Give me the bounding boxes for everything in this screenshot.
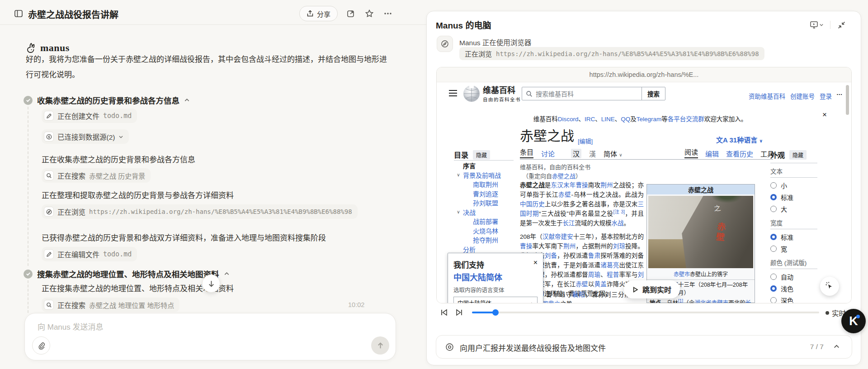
radio-icon[interactable] bbox=[770, 285, 777, 292]
wiki-nav-link[interactable]: 创建账号 bbox=[790, 91, 815, 100]
radio-icon[interactable] bbox=[770, 297, 777, 303]
star-icon[interactable] bbox=[362, 6, 377, 21]
tab-history[interactable]: 查看历史 bbox=[726, 149, 753, 158]
popup-variant-option[interactable]: 中国大陆简体 → bbox=[453, 297, 538, 303]
appearance-option[interactable]: 自动 bbox=[770, 271, 817, 283]
toc-item[interactable]: 抢夺荆州 bbox=[454, 235, 501, 245]
radio-icon[interactable] bbox=[770, 234, 777, 240]
open-in-new-icon[interactable] bbox=[343, 6, 359, 21]
tab-edit[interactable]: 编辑 bbox=[705, 149, 719, 158]
header-separator bbox=[830, 21, 830, 29]
message-input[interactable] bbox=[37, 320, 308, 338]
toc-item[interactable]: 火烧乌林 bbox=[454, 226, 501, 236]
radio-icon[interactable] bbox=[770, 274, 777, 280]
message-timestamp: 10:02 bbox=[348, 301, 364, 308]
step-chip-create-file[interactable]: 正在创建文件 todo.md bbox=[42, 109, 137, 123]
toc-hide-button[interactable]: 隐藏 bbox=[473, 150, 490, 160]
toc-item[interactable]: ∨决战 bbox=[454, 208, 501, 217]
step-chip-datasource[interactable]: 已连接到数据源(2) bbox=[42, 129, 129, 144]
wiki-more-menu[interactable]: … bbox=[836, 90, 843, 96]
wiki-search-box[interactable]: 搜索维基百科 搜索 bbox=[522, 87, 665, 100]
radio-icon[interactable] bbox=[770, 194, 777, 200]
current-task-label: 向用户汇报并发送最终战役报告及地图文件 bbox=[460, 342, 606, 353]
browsing-chip[interactable]: 正在浏览 https://zh.wikipedia.org/zh-hans/%E… bbox=[459, 47, 764, 60]
language-selector[interactable]: 文A 31种语言 ∨ bbox=[716, 135, 763, 144]
agent-cursor-indicator bbox=[820, 277, 839, 296]
toc-item[interactable]: 曹刘追逐 bbox=[454, 189, 501, 199]
step-chip-browse[interactable]: 正在浏览 https://zh.wikipedia.org/zh-hans/%E… bbox=[42, 204, 358, 219]
scroll-to-bottom-button[interactable] bbox=[202, 274, 220, 293]
task-connector-line bbox=[28, 280, 28, 313]
skip-to-end-button[interactable] bbox=[453, 306, 466, 319]
more-menu-icon[interactable] bbox=[380, 6, 396, 21]
popup-close-icon[interactable]: × bbox=[533, 259, 538, 270]
current-task-bar[interactable]: 向用户汇报并发送最终战役报告及地图文件 7 / 7 bbox=[436, 335, 852, 359]
skip-forward-icon bbox=[455, 309, 463, 316]
toc-expand-icon[interactable]: ∨ bbox=[454, 172, 463, 177]
variant-hant[interactable]: 漢 bbox=[589, 149, 596, 158]
appearance-option[interactable]: 标准 bbox=[770, 231, 817, 243]
skip-to-start-button[interactable] bbox=[438, 306, 450, 319]
tab-article[interactable]: 条目 bbox=[520, 147, 533, 158]
appearance-option[interactable]: 小 bbox=[770, 180, 817, 191]
sidebar-toggle-icon[interactable] bbox=[11, 6, 26, 21]
variant-selector[interactable]: 简体 ∨ bbox=[604, 149, 623, 158]
toc-divider bbox=[454, 160, 514, 161]
attach-file-button[interactable] bbox=[32, 336, 50, 355]
edit-file-icon bbox=[44, 111, 54, 121]
share-button[interactable]: 分享 bbox=[299, 6, 338, 21]
toc-item[interactable]: 战前部署 bbox=[454, 217, 501, 226]
floating-widget-badge[interactable]: K bbox=[841, 309, 866, 333]
article-edit-link[interactable]: [编辑] bbox=[578, 137, 593, 145]
tab-talk[interactable]: 讨论 bbox=[541, 149, 555, 158]
send-button[interactable] bbox=[371, 336, 389, 355]
step-text: 正在整理和提取赤壁之战的历史背景与参战各方详细资料 bbox=[42, 189, 234, 200]
toc-item[interactable]: 分析 bbox=[454, 245, 501, 254]
display-mode-button[interactable] bbox=[807, 17, 826, 33]
toc-item[interactable]: 序言 bbox=[454, 161, 501, 170]
toc-expand-icon[interactable]: ∨ bbox=[454, 209, 463, 214]
step-chip-search-geo[interactable]: 正在搜索 赤壁之战 地理位置 地形特点 bbox=[42, 298, 179, 312]
playback-slider-handle[interactable] bbox=[492, 309, 499, 316]
appearance-option[interactable]: 深色 bbox=[770, 294, 817, 303]
wikipedia-logo[interactable] bbox=[462, 84, 481, 104]
task-step-counter: 7 / 7 bbox=[810, 343, 824, 351]
chevron-up-icon[interactable] bbox=[833, 343, 840, 352]
browser-scrollbar-thumb[interactable] bbox=[846, 85, 849, 115]
infobox-image[interactable]: 之 赤壁 bbox=[648, 196, 753, 268]
collapse-panel-icon[interactable] bbox=[834, 17, 849, 33]
hamburger-menu-icon[interactable] bbox=[448, 90, 458, 98]
radio-icon[interactable] bbox=[770, 206, 777, 212]
appearance-option[interactable]: 大 bbox=[770, 203, 817, 215]
wiki-search-button[interactable]: 搜索 bbox=[642, 87, 665, 100]
wiki-nav-link[interactable]: 资助维基百科 bbox=[749, 91, 785, 100]
notice-close-icon[interactable]: × bbox=[822, 110, 827, 119]
wikipedia-wordmark[interactable]: 维基百科 bbox=[483, 86, 515, 95]
jump-to-live-button[interactable]: 跳到实时 bbox=[624, 280, 680, 298]
appearance-option[interactable]: 宽 bbox=[770, 243, 817, 255]
wiki-notice: 维基百科Discord、IRC、LINE、QQ及Telegram等各平台交流群欢… bbox=[464, 114, 816, 123]
lang-icon: 文A bbox=[716, 136, 727, 144]
step-action: 正在创建文件 bbox=[57, 111, 99, 121]
chevron-up-icon[interactable] bbox=[224, 271, 230, 277]
tab-read[interactable]: 阅读 bbox=[684, 147, 698, 158]
chevron-up-icon[interactable] bbox=[184, 97, 190, 103]
browser-address-bar[interactable]: https://zh.wikipedia.org/zh-hans/%E... bbox=[437, 67, 851, 82]
agent-avatar bbox=[437, 36, 453, 52]
radio-icon[interactable] bbox=[770, 182, 777, 189]
toc-item[interactable]: 南取荆州 bbox=[454, 180, 501, 189]
appearance-option[interactable]: 浅色 bbox=[770, 283, 817, 294]
task-section-1[interactable]: 收集赤壁之战的历史背景和参战各方信息 bbox=[24, 95, 190, 106]
appearance-hide-button[interactable]: 隐藏 bbox=[789, 150, 807, 160]
toc-item[interactable]: ∨背景及前哨战 bbox=[454, 170, 501, 180]
step-chip-edit-file[interactable]: 正在编辑文件 todo.md bbox=[42, 247, 137, 261]
wiki-nav-link[interactable]: 登录 bbox=[820, 91, 832, 100]
playback-slider[interactable] bbox=[472, 312, 819, 313]
radio-icon[interactable] bbox=[770, 246, 777, 252]
redirect-note: （重定向自赤壁之战） bbox=[523, 171, 581, 180]
toc-item[interactable]: 孙刘联盟 bbox=[454, 198, 501, 208]
appearance-option[interactable]: 标准 bbox=[770, 191, 817, 203]
variant-hans[interactable]: 汉 bbox=[571, 149, 581, 158]
task-section-2[interactable]: 搜集赤壁之战的地理位置、地形特点及相关地图资料 bbox=[24, 268, 230, 279]
step-chip-search-history[interactable]: 正在搜索 赤壁之战 历史背景 bbox=[42, 168, 151, 183]
